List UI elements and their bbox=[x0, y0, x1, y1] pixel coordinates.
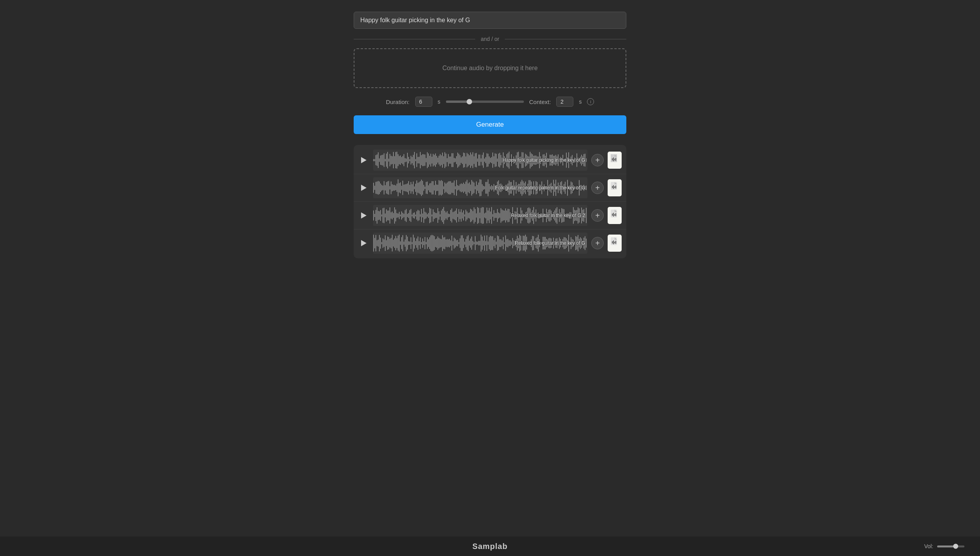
play-button-1[interactable] bbox=[358, 155, 369, 166]
doc-icon-2 bbox=[610, 182, 619, 194]
doc-icon-3 bbox=[610, 210, 619, 221]
context-label: Context: bbox=[529, 99, 551, 105]
add-button-3[interactable]: + bbox=[591, 209, 604, 222]
divider-line-left bbox=[354, 39, 475, 39]
waveform-canvas-4 bbox=[373, 233, 587, 254]
duration-slider[interactable] bbox=[446, 101, 524, 103]
waveform-2[interactable]: Folk guitar repeating pattern in the key… bbox=[373, 177, 587, 198]
waveform-doc-button-3[interactable] bbox=[608, 207, 622, 224]
svg-rect-4 bbox=[614, 159, 615, 161]
drop-zone-label: Continue audio by dropping it here bbox=[442, 65, 538, 72]
waveform-doc-button-4[interactable] bbox=[608, 235, 622, 252]
footer: Samplab Vol: bbox=[0, 537, 980, 556]
context-info-icon[interactable]: i bbox=[587, 98, 594, 105]
result-row: Relaxed folk guitar in the key of G + bbox=[354, 229, 626, 257]
duration-input[interactable] bbox=[415, 97, 432, 107]
divider-text: and / or bbox=[481, 36, 499, 42]
waveform-canvas-2 bbox=[373, 177, 587, 198]
svg-rect-8 bbox=[613, 185, 614, 189]
result-row: Relaxed folk guitar in the key of G 2 + bbox=[354, 202, 626, 229]
svg-rect-9 bbox=[614, 186, 615, 188]
add-button-4[interactable]: + bbox=[591, 237, 604, 249]
volume-control: Vol: bbox=[924, 543, 964, 549]
svg-rect-3 bbox=[613, 157, 614, 161]
waveform-doc-button-1[interactable] bbox=[608, 152, 622, 169]
play-button-4[interactable] bbox=[358, 238, 369, 249]
play-icon-3 bbox=[361, 212, 367, 219]
divider-row: and / or bbox=[354, 36, 626, 42]
add-button-1[interactable]: + bbox=[591, 154, 604, 166]
main-container: and / or Continue audio by dropping it h… bbox=[354, 12, 626, 258]
volume-slider[interactable] bbox=[937, 545, 964, 547]
result-row: Folk guitar repeating pattern in the key… bbox=[354, 174, 626, 202]
play-button-2[interactable] bbox=[358, 182, 369, 193]
vol-label: Vol: bbox=[924, 543, 933, 549]
svg-rect-19 bbox=[614, 242, 615, 244]
divider-line-right bbox=[505, 39, 626, 39]
waveform-1[interactable]: Happy folk guitar picking in the key of … bbox=[373, 150, 587, 171]
context-unit: s bbox=[579, 99, 582, 105]
play-icon-4 bbox=[361, 240, 367, 246]
svg-rect-10 bbox=[615, 185, 616, 189]
doc-icon-4 bbox=[610, 237, 619, 249]
duration-unit: s bbox=[438, 99, 441, 105]
doc-icon-1 bbox=[610, 154, 619, 166]
duration-label: Duration: bbox=[386, 99, 410, 105]
waveform-doc-button-2[interactable] bbox=[608, 179, 622, 196]
context-input[interactable] bbox=[556, 97, 573, 107]
waveform-3[interactable]: Relaxed folk guitar in the key of G 2 bbox=[373, 205, 587, 226]
waveform-4[interactable]: Relaxed folk guitar in the key of G bbox=[373, 233, 587, 254]
svg-rect-17 bbox=[612, 241, 613, 244]
results-container: Happy folk guitar picking in the key of … bbox=[354, 145, 626, 258]
generate-button[interactable]: Generate bbox=[354, 115, 626, 134]
add-button-2[interactable]: + bbox=[591, 182, 604, 194]
play-button-3[interactable] bbox=[358, 210, 369, 221]
prompt-input[interactable] bbox=[354, 12, 626, 29]
svg-rect-2 bbox=[612, 158, 613, 161]
play-icon-1 bbox=[361, 157, 367, 163]
waveform-canvas-1 bbox=[373, 150, 587, 171]
controls-row: Duration: s Context: s i bbox=[354, 97, 626, 107]
result-row: Happy folk guitar picking in the key of … bbox=[354, 147, 626, 174]
waveform-canvas-3 bbox=[373, 205, 587, 226]
svg-rect-18 bbox=[613, 240, 614, 244]
logo: Samplab bbox=[472, 542, 508, 551]
svg-rect-12 bbox=[612, 214, 613, 216]
svg-rect-14 bbox=[614, 214, 615, 216]
svg-rect-15 bbox=[615, 213, 616, 216]
svg-rect-13 bbox=[613, 213, 614, 217]
svg-rect-7 bbox=[612, 186, 613, 188]
play-icon-2 bbox=[361, 185, 367, 191]
drop-zone[interactable]: Continue audio by dropping it here bbox=[354, 48, 626, 88]
svg-rect-5 bbox=[615, 158, 616, 161]
svg-rect-20 bbox=[615, 241, 616, 244]
